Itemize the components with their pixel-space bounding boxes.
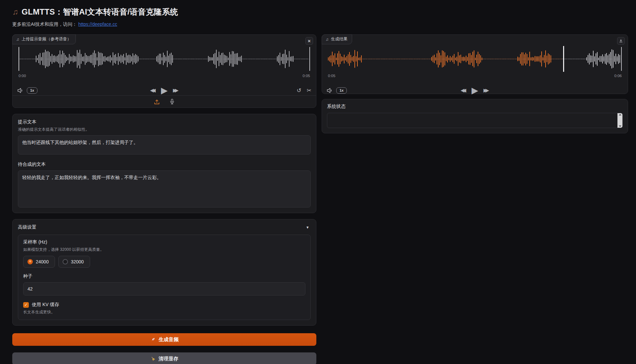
music-note-icon: ♫: [16, 37, 19, 42]
skip-back-button[interactable]: ◀◀: [460, 88, 466, 93]
advanced-settings-title: 高级设置: [18, 224, 36, 230]
prompt-audio-label: ♫ 上传提示音频（参考语音）: [12, 34, 76, 44]
download-icon: [619, 39, 623, 43]
prompt-time-row: 0:00 0:05: [19, 74, 310, 78]
sample-rate-radio-group: 24000 32000: [23, 256, 305, 268]
page-title: ♫ GLMTTS：智谱AI文本转语音/语音克隆系统: [12, 7, 628, 17]
sample-rate-label: 采样率 (Hz): [23, 239, 305, 245]
clear-vram-button[interactable]: 清理显存: [12, 352, 316, 364]
undo-icon[interactable]: ↺: [297, 87, 301, 94]
sample-rate-description: 如果模型支持，选择 32000 以获得更高质量。: [23, 247, 305, 252]
rocket-icon: [150, 337, 156, 342]
waveform-start-marker: [19, 47, 19, 71]
app-page: ♫ GLMTTS：智谱AI文本转语音/语音克隆系统 更多前沿AI技术和应用，访问…: [0, 0, 636, 364]
close-icon: ×: [308, 38, 311, 43]
total-time: 0:05: [303, 74, 310, 78]
result-audio-label: ♫ 生成结果: [322, 34, 352, 44]
current-time: 0:05: [328, 74, 335, 78]
prompt-text-description: 准确的提示文本提高了说话者的相似性。: [18, 127, 311, 132]
scroll-up-icon[interactable]: [619, 114, 621, 115]
download-button[interactable]: [617, 37, 625, 45]
advanced-settings-body: 采样率 (Hz) 如果模型支持，选择 32000 以获得更高质量。 24000 …: [18, 235, 311, 320]
prompt-audio-source-bar: [13, 95, 316, 108]
generate-audio-button[interactable]: 生成音频: [12, 333, 316, 346]
volume-icon[interactable]: [327, 88, 333, 93]
playback-cursor[interactable]: [563, 46, 564, 72]
system-status-label: 系统状态: [327, 104, 623, 110]
app-title-text: GLMTTS：智谱AI文本转语音/语音克隆系统: [22, 7, 178, 17]
prompt-audio-player: ♫ 上传提示音频（参考语音） × 0:00 0:05: [12, 34, 316, 108]
target-text-input[interactable]: 轻轻的我走了，正如我轻轻的来。我挥一挥衣袖，不带走一片云彩。: [18, 170, 311, 207]
deepface-link[interactable]: https://deepface.cc: [78, 22, 117, 27]
upload-icon[interactable]: [154, 99, 160, 105]
skip-back-button[interactable]: ◀◀: [150, 88, 156, 93]
radio-option-32000[interactable]: 32000: [58, 256, 90, 268]
radio-unselected-icon: [63, 259, 68, 264]
radio-selected-icon: [27, 259, 33, 264]
broom-icon: [150, 356, 156, 361]
music-note-icon: ♫: [12, 7, 18, 17]
prompt-text-label: 提示文本: [18, 119, 311, 125]
trim-scissors-icon[interactable]: ✂: [307, 87, 311, 94]
kv-cache-checkbox-row[interactable]: ✓ 使用 KV 缓存: [23, 302, 305, 308]
system-status-output[interactable]: [327, 113, 623, 128]
system-status-card: 系统状态: [322, 99, 628, 133]
current-time: 0:00: [19, 74, 26, 78]
skip-forward-button[interactable]: ▶▶: [173, 88, 179, 93]
advanced-settings-card: 高级设置 ▼ 采样率 (Hz) 如果模型支持，选择 32000 以获得更高质量。…: [12, 219, 316, 326]
text-inputs-card: 提示文本 准确的提示文本提高了说话者的相似性。 他当时还跟线下其他的站姐吵架，然…: [12, 114, 316, 213]
volume-icon[interactable]: [17, 88, 24, 93]
waveform-end-marker: [621, 47, 622, 71]
advanced-settings-header[interactable]: 高级设置 ▼: [18, 224, 311, 230]
play-button[interactable]: ▶: [161, 86, 168, 95]
music-note-icon: ♫: [326, 37, 329, 42]
skip-forward-button[interactable]: ▶▶: [484, 88, 489, 93]
kv-cache-description: 长文本生成更快。: [23, 309, 305, 315]
target-text-label: 待合成的文本: [18, 161, 311, 167]
subtitle: 更多前沿AI技术和应用，访问： https://deepface.cc: [12, 22, 628, 27]
result-audio-controls: 1x ◀◀ ▶ ▶▶: [327, 83, 623, 98]
total-time: 0:06: [614, 74, 622, 78]
radio-option-24000[interactable]: 24000: [23, 256, 55, 268]
close-button[interactable]: ×: [305, 37, 313, 45]
waveform-end-marker: [309, 47, 310, 71]
subtitle-text: 更多前沿AI技术和应用，访问：: [12, 22, 77, 27]
prompt-text-input[interactable]: 他当时还跟线下其他的站姐吵架，然后，打架进局子了。: [18, 135, 311, 155]
prompt-waveform[interactable]: [19, 46, 310, 72]
result-audio-player: ♫ 生成结果 0:05 0:06: [322, 34, 628, 94]
playback-speed-button[interactable]: 1x: [336, 87, 347, 94]
scrollbar[interactable]: [617, 113, 622, 128]
result-time-row: 0:05 0:06: [328, 74, 622, 78]
playback-speed-button[interactable]: 1x: [27, 87, 37, 94]
checkbox-checked-icon[interactable]: ✓: [23, 302, 29, 308]
play-button[interactable]: ▶: [472, 86, 478, 95]
kv-cache-label: 使用 KV 缓存: [32, 302, 59, 308]
seed-input[interactable]: [23, 282, 305, 296]
microphone-icon[interactable]: [169, 99, 175, 105]
chevron-down-icon: ▼: [306, 225, 309, 229]
seed-label: 种子: [23, 273, 305, 279]
scroll-down-icon[interactable]: [619, 125, 621, 127]
result-waveform[interactable]: [328, 46, 622, 72]
